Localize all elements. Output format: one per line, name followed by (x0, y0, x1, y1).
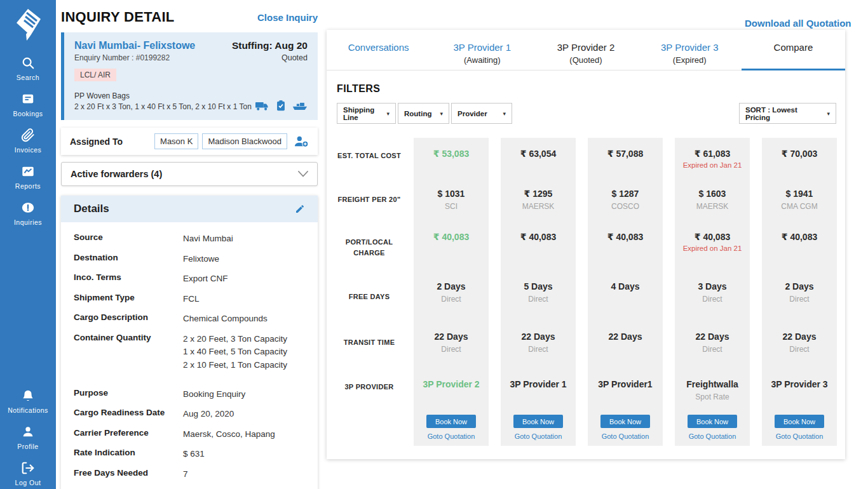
book-now-button[interactable]: Book Now (775, 415, 824, 428)
sidebar-item-invoices[interactable]: Invoices (15, 128, 42, 154)
reports-icon (21, 164, 35, 178)
book-now-button[interactable]: Book Now (513, 415, 563, 428)
book-now-button[interactable]: Book Now (426, 415, 476, 428)
inquiries-icon (21, 201, 35, 215)
assignee-chip[interactable]: Madison Blackwood (202, 133, 287, 149)
row-label: EST. TOTAL COST (337, 151, 401, 161)
quote-column: ₹ 70,003 $ 1941CMA CGM ₹ 40,083 2 DaysDi… (762, 138, 837, 446)
provider-name: 3P Provider 2 (423, 379, 479, 389)
sidebar-label: Inquiries (14, 218, 42, 226)
goto-quotation-link[interactable]: Goto Quotation (515, 432, 562, 440)
details-card: Details SourceNavi Mumbai DestnationFeli… (61, 196, 318, 489)
detail-value: 2 x 20 Feet, 3 Ton Capacity 1 x 40 Feet,… (183, 333, 287, 372)
sort-dropdown[interactable]: SORT : Lowest Pricing ▾ (739, 103, 836, 124)
detail-label: Cargo Readiness Date (74, 408, 183, 420)
detail-value: Navi Mumbai (183, 232, 233, 245)
provider-name: Freightwalla (686, 379, 738, 389)
sidebar-item-notifications[interactable]: Notifications (8, 389, 48, 414)
detail-label: Inco. Terms (74, 272, 183, 285)
book-now-button[interactable]: Book Now (600, 415, 650, 428)
detail-label: Source (74, 232, 183, 245)
tab-compare[interactable]: Compare (742, 30, 845, 70)
app-logo-icon[interactable] (13, 8, 43, 43)
sidebar-item-reports[interactable]: Reports (15, 164, 41, 190)
sidebar-item-bookings[interactable]: Bookings (13, 92, 43, 117)
sidebar-label: Invoices (15, 146, 42, 154)
free-days: 2 Days (437, 281, 465, 291)
est-total-cost: ₹ 53,083 (433, 149, 469, 159)
download-all-quotation-link[interactable]: Download all Quotation (745, 18, 851, 29)
detail-value: Aug 20, 2020 (183, 408, 234, 420)
goto-quotation-link[interactable]: Goto Quotation (776, 432, 824, 440)
invoices-icon (21, 128, 35, 142)
detail-label: Purpose (74, 388, 183, 401)
est-total-cost: ₹ 61,083 (695, 149, 730, 159)
caret-down-icon: ▾ (827, 111, 830, 117)
quote-column: ₹ 53,083 $ 1031SCI ₹ 40,083 2 DaysDirect… (414, 138, 489, 446)
goto-quotation-link[interactable]: Goto Quotation (689, 432, 736, 440)
tab-3p-provider-1[interactable]: 3P Provider 1 (Awaiting) (430, 30, 534, 70)
sidebar-item-profile[interactable]: Profile (17, 425, 38, 450)
transit-time: 22 Days (609, 332, 642, 342)
port-local-charge: ₹ 40,083 (607, 232, 643, 242)
goto-quotation-link[interactable]: Goto Quotation (428, 432, 475, 440)
sidebar-label: Reports (15, 182, 41, 190)
est-total-cost: ₹ 63,054 (520, 149, 556, 159)
sidebar-item-inquiries[interactable]: Inquiries (14, 201, 42, 226)
sidebar-label: Profile (17, 443, 38, 450)
port-local-charge: ₹ 40,083 (695, 232, 730, 242)
detail-label: Shipment Type (74, 293, 183, 305)
freight-per-20: $ 1603 (699, 189, 726, 199)
routing-dropdown[interactable]: Routing ▾ (398, 103, 449, 124)
quote-column: ₹ 63,054 ₹ 1295MAERSK ₹ 40,083 5 DaysDir… (501, 138, 576, 446)
tab-conversations[interactable]: Conversations (327, 30, 430, 70)
detail-value: 7 (183, 468, 188, 481)
inquiry-summary-card: Navi Mumbai- Felixstowe Stuffing: Aug 20… (61, 32, 318, 120)
search-icon (21, 56, 35, 70)
status-badge: Quoted (281, 53, 308, 62)
filter-row: Shipping Line ▾ Routing ▾ Provider ▾ SOR… (337, 103, 836, 124)
detail-value: Maersk, Cosco, Hapang (183, 428, 275, 441)
detail-value: Felixtowe (183, 253, 219, 265)
edit-pencil-icon[interactable] (295, 204, 305, 214)
free-days: 3 Days (698, 281, 726, 291)
carrier-name: SCI (445, 202, 458, 211)
provider-name: 3P Provider 1 (510, 379, 566, 389)
inquiry-detail-panel: INQUIRY DETAIL Close Inquiry Navi Mumbai… (61, 9, 318, 489)
provider-dropdown[interactable]: Provider ▾ (451, 103, 512, 124)
close-inquiry-link[interactable]: Close Inquiry (257, 12, 318, 23)
logout-icon (21, 461, 35, 475)
detail-label: Carrier Preference (74, 428, 183, 441)
provider-name: 3P Provider1 (598, 379, 652, 389)
quotations-panel: Conversations 3P Provider 1 (Awaiting) 3… (327, 30, 845, 459)
compare-table: EST. TOTAL COST FREIGHT PER 20" PORT/LOC… (337, 138, 836, 446)
row-label: PORT/LOCAL CHARGE (337, 237, 402, 258)
compare-row-labels: EST. TOTAL COST FREIGHT PER 20" PORT/LOC… (337, 138, 402, 446)
filters-title: FILTERS (337, 83, 836, 95)
tab-3p-provider-3[interactable]: 3P Provider 3 (Expired) (638, 30, 742, 70)
shipping-line-dropdown[interactable]: Shipping Line ▾ (337, 103, 396, 124)
detail-value: FCL (183, 293, 200, 305)
quote-column: ₹ 57,088 $ 1287COSCO ₹ 40,083 4 Days 22 … (588, 138, 663, 446)
transit-time: 22 Days (696, 332, 729, 342)
carrier-name: CMA CGM (781, 202, 817, 211)
assignee-chip[interactable]: Mason K (154, 133, 198, 149)
freight-per-20: $ 1941 (786, 189, 813, 199)
book-now-button[interactable]: Book Now (688, 415, 737, 428)
free-days: 4 Days (611, 281, 639, 291)
route-title[interactable]: Navi Mumbai- Felixstowe (74, 40, 195, 51)
sidebar-item-search[interactable]: Search (17, 56, 39, 81)
add-assignee-button[interactable] (294, 135, 309, 148)
expired-note: Expired on Jan 21 (683, 161, 742, 169)
sidebar-item-logout[interactable]: Log Out (15, 461, 41, 486)
details-title: Details (74, 203, 109, 215)
enquiry-number: Enquiry Number : #0199282 (74, 53, 170, 62)
tab-3p-provider-2[interactable]: 3P Provider 2 (Quoted) (534, 30, 637, 70)
detail-label: Free Days Needed (74, 468, 183, 481)
carrier-name: COSCO (611, 202, 639, 211)
freight-per-20: $ 1031 (438, 189, 465, 199)
chevron-down-icon (298, 171, 308, 177)
goto-quotation-link[interactable]: Goto Quotation (602, 432, 649, 440)
active-forwarders-accordion[interactable]: Active forwarders (4) (61, 162, 318, 186)
provider-name: 3P Provider 3 (771, 379, 827, 389)
